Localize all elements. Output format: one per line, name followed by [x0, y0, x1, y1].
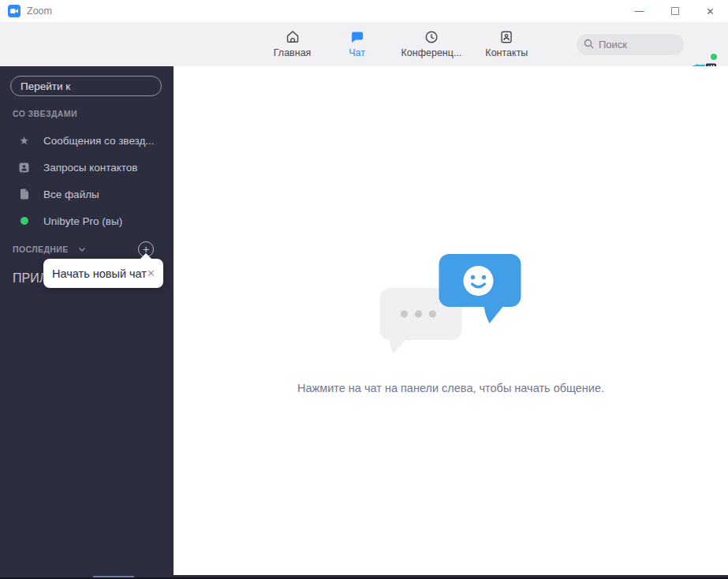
tab-home[interactable]: Главная — [272, 29, 313, 58]
tooltip-text: Начать новый чат — [52, 267, 147, 280]
star-icon: ★ — [17, 134, 31, 147]
titlebar: Zoom — ✕ — [0, 0, 728, 22]
maximize-button[interactable] — [657, 0, 693, 22]
recent-section-header: ПОСЛЕДНИЕ — [13, 245, 69, 254]
tooltip-close-icon[interactable]: ✕ — [147, 267, 155, 279]
top-navbar: Главная Чат Конференц... — [0, 22, 728, 66]
maximize-icon — [671, 7, 679, 15]
taskbar-peek — [93, 576, 134, 577]
zoom-logo-icon — [8, 5, 21, 17]
starred-section-header: СО ЗВЕЗДАМИ — [13, 109, 174, 118]
sidebar-item-starred-messages[interactable]: ★ Сообщения со звезд... — [0, 127, 174, 154]
new-chat-tooltip: Начать новый чат ✕ — [43, 259, 163, 288]
sidebar-item-self-chat[interactable]: Unibyte Pro (вы) — [0, 207, 174, 234]
chat-main-area: Нажмите на чат на панели слева, чтобы на… — [174, 66, 728, 575]
file-icon — [17, 189, 31, 200]
body: СО ЗВЕЗДАМИ ★ Сообщения со звезд... Запр… — [0, 66, 728, 575]
search-input[interactable] — [599, 39, 677, 50]
contact-card-icon — [17, 162, 31, 173]
empty-chat-illustration — [378, 254, 524, 360]
empty-chat-message: Нажмите на чат на панели слева, чтобы на… — [174, 382, 728, 394]
sidebar-item-all-files[interactable]: Все файлы — [0, 181, 174, 207]
tab-contacts-label: Контакты — [485, 47, 528, 58]
chat-bubble-icon — [349, 29, 365, 45]
chat-sidebar: СО ЗВЕЗДАМИ ★ Сообщения со звезд... Запр… — [0, 66, 174, 575]
sidebar-items: ★ Сообщения со звезд... Запросы контакто… — [0, 127, 174, 234]
online-dot-icon — [17, 217, 31, 225]
online-status-dot — [709, 52, 719, 62]
clock-icon — [424, 29, 439, 45]
nav-tabs: Главная Чат Конференц... — [272, 22, 528, 66]
contacts-icon — [498, 29, 514, 45]
search-box[interactable] — [577, 34, 684, 55]
tab-chat[interactable]: Чат — [337, 29, 378, 58]
tab-chat-label: Чат — [349, 47, 365, 58]
close-button[interactable]: ✕ — [693, 0, 728, 22]
tab-meetings-label: Конференц... — [401, 47, 462, 58]
minimize-button[interactable]: — — [622, 0, 657, 22]
window-controls: — ✕ — [622, 0, 728, 22]
zoom-window: Zoom — ✕ Главная — [0, 0, 728, 579]
chevron-down-icon[interactable] — [78, 247, 86, 252]
tab-contacts[interactable]: Контакты — [485, 29, 528, 58]
sidebar-item-contact-requests[interactable]: Запросы контактов — [0, 154, 174, 181]
tab-home-label: Главная — [274, 47, 312, 58]
home-icon — [285, 29, 301, 45]
window-title: Zoom — [27, 6, 52, 17]
tab-meetings[interactable]: Конференц... — [401, 29, 462, 58]
jump-to-input[interactable] — [10, 76, 162, 96]
window-bottom-edge — [0, 575, 728, 579]
search-icon — [584, 38, 594, 52]
